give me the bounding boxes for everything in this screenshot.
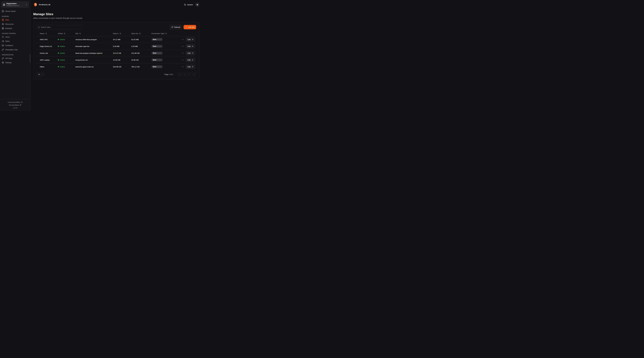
connection-badge: Newt v1.3.2 bbox=[151, 38, 163, 41]
data-out-cell: 3.20 MB bbox=[131, 45, 151, 47]
arrow-right-icon bbox=[192, 52, 193, 54]
row-menu-button[interactable] bbox=[182, 59, 184, 61]
column-header-site[interactable]: Site bbox=[75, 32, 113, 34]
data-in-cell: 534.98 GB bbox=[113, 66, 131, 68]
column-header-data-in[interactable]: Data In bbox=[113, 32, 131, 34]
row-menu-button[interactable] bbox=[182, 65, 184, 68]
search-input[interactable] bbox=[41, 26, 81, 28]
status-badge: Online bbox=[60, 52, 65, 54]
connection-type-cell: Newt v1.3.2 bbox=[151, 45, 182, 48]
connection-type-cell: Newt v1.3.2 bbox=[151, 52, 182, 55]
sidebar-item-invitations[interactable]: Invitations bbox=[0, 43, 30, 48]
column-header-name[interactable]: Name bbox=[40, 32, 58, 34]
org-selector[interactable]: Organization milo@fossorial.io's ... bbox=[2, 1, 29, 7]
arrow-right-icon bbox=[192, 39, 193, 40]
status-badge: Online bbox=[60, 59, 65, 61]
row-actions: Edit bbox=[182, 58, 195, 62]
site-name-cell: Edge Device 01 bbox=[40, 45, 58, 47]
data-in-cell: 30.12 MB bbox=[113, 39, 131, 40]
user-icon bbox=[2, 36, 4, 38]
row-menu-button[interactable] bbox=[182, 52, 184, 54]
building-icon bbox=[3, 3, 5, 6]
connection-badge: Newt v1.3.2 bbox=[151, 52, 163, 55]
sidebar-item-label: Users bbox=[5, 36, 10, 38]
app-version: v1.7.0 bbox=[0, 106, 30, 109]
data-in-cell: 5.00 MB bbox=[113, 45, 131, 47]
page-info: Page 1 of 1 bbox=[164, 73, 173, 75]
next-page-button[interactable] bbox=[187, 73, 191, 76]
ellipsis-icon bbox=[182, 45, 184, 47]
column-label: Data Out bbox=[131, 32, 138, 34]
ellipsis-icon bbox=[182, 38, 184, 40]
column-header-data-out[interactable]: Data Out bbox=[131, 32, 151, 34]
sidebar-item-server-admin[interactable]: Server Admin bbox=[0, 9, 30, 13]
edit-button[interactable]: Edit bbox=[186, 37, 195, 41]
site-name-cell: AWS VPC bbox=[40, 39, 58, 40]
online-status-dot bbox=[58, 59, 59, 60]
status-cell: Online bbox=[58, 59, 75, 61]
first-page-button[interactable] bbox=[178, 73, 182, 76]
refresh-label: Refresh bbox=[174, 26, 180, 28]
sort-icon bbox=[120, 33, 121, 34]
column-header-connection-type[interactable]: Connection Type bbox=[151, 32, 182, 34]
table-row: AWS VPC Online vivacious-little-blue-pen… bbox=[36, 36, 196, 43]
waypoints-icon bbox=[2, 23, 4, 25]
online-status-dot bbox=[58, 39, 59, 40]
sidebar-item-roles[interactable]: Roles bbox=[0, 39, 30, 43]
connection-version-label: v1.3.2 bbox=[157, 66, 162, 68]
community-edition-link[interactable]: Community Edition bbox=[0, 101, 30, 104]
status-cell: Online bbox=[58, 39, 75, 40]
sidebar-item-shareable-links[interactable]: Shareable Links bbox=[0, 48, 30, 52]
sidebar-item-label: Domains bbox=[5, 27, 12, 29]
sidebar-item-label: Shareable Links bbox=[5, 49, 18, 51]
sidebar-item-sites[interactable]: Sites bbox=[0, 18, 30, 22]
connection-type-label: Newt bbox=[153, 52, 156, 54]
site-name-cell: Jeff's Laptop bbox=[40, 59, 58, 61]
table-body: AWS VPC Online vivacious-little-blue-pen… bbox=[36, 36, 196, 70]
table-row: Edge Device 01 Online fortunate-cape-fox… bbox=[36, 43, 196, 50]
refresh-icon bbox=[172, 26, 173, 28]
edit-button[interactable]: Edit bbox=[186, 44, 195, 48]
row-menu-button[interactable] bbox=[182, 38, 184, 41]
column-header-online[interactable]: Online bbox=[58, 32, 75, 34]
pangolin-logo-icon bbox=[33, 2, 38, 7]
sort-icon bbox=[165, 33, 167, 34]
page-size-select[interactable]: 20 bbox=[36, 72, 44, 76]
status-cell: Online bbox=[58, 66, 75, 68]
status-badge: Online bbox=[60, 45, 65, 47]
book-open-icon bbox=[20, 104, 21, 106]
previous-page-button[interactable] bbox=[182, 73, 186, 76]
arrow-right-icon bbox=[192, 45, 193, 47]
sidebar-scrollbar[interactable] bbox=[30, 54, 30, 62]
edit-label: Edit bbox=[188, 39, 190, 40]
plus-icon bbox=[185, 26, 187, 28]
combine-icon bbox=[2, 19, 4, 21]
theme-toggle[interactable]: System bbox=[184, 3, 193, 6]
key-icon bbox=[2, 57, 4, 59]
table-header-row: Name Online Site Data In Data Out Connec… bbox=[36, 31, 196, 36]
sidebar-item-api-keys[interactable]: API Keys bbox=[0, 56, 30, 60]
section-label-organization: ORGANIZATION bbox=[2, 54, 28, 56]
chevrons-up-down-icon bbox=[26, 3, 28, 5]
column-label: Online bbox=[58, 32, 63, 34]
sidebar-item-users[interactable]: Users bbox=[0, 35, 30, 39]
row-menu-button[interactable] bbox=[182, 45, 184, 48]
add-site-button[interactable]: Add Site bbox=[184, 25, 196, 29]
sidebar-item-domains[interactable]: Domains bbox=[0, 26, 30, 30]
status-badge: Online bbox=[60, 66, 65, 68]
column-label: Site bbox=[75, 32, 78, 34]
sidebar-item-resources[interactable]: Resources bbox=[0, 22, 30, 26]
edit-button[interactable]: Edit bbox=[186, 51, 195, 55]
main-area: PANGOLIN System M Manage Sites Allow con… bbox=[30, 0, 202, 111]
sites-table: Name Online Site Data In Data Out Connec… bbox=[36, 31, 196, 70]
edit-button[interactable]: Edit bbox=[186, 65, 195, 69]
chevron-left-icon bbox=[184, 74, 185, 75]
documentation-link[interactable]: Documentation bbox=[0, 104, 30, 106]
edit-button[interactable]: Edit bbox=[186, 58, 195, 62]
last-page-button[interactable] bbox=[192, 73, 196, 76]
site-slug-cell: vivacious-little-blue-penguin bbox=[75, 39, 113, 40]
section-label-access-control: ACCESS CONTROL bbox=[2, 33, 28, 34]
refresh-button[interactable]: Refresh bbox=[170, 25, 182, 29]
avatar[interactable]: M bbox=[195, 2, 200, 7]
sidebar-item-settings[interactable]: Settings bbox=[0, 60, 30, 65]
